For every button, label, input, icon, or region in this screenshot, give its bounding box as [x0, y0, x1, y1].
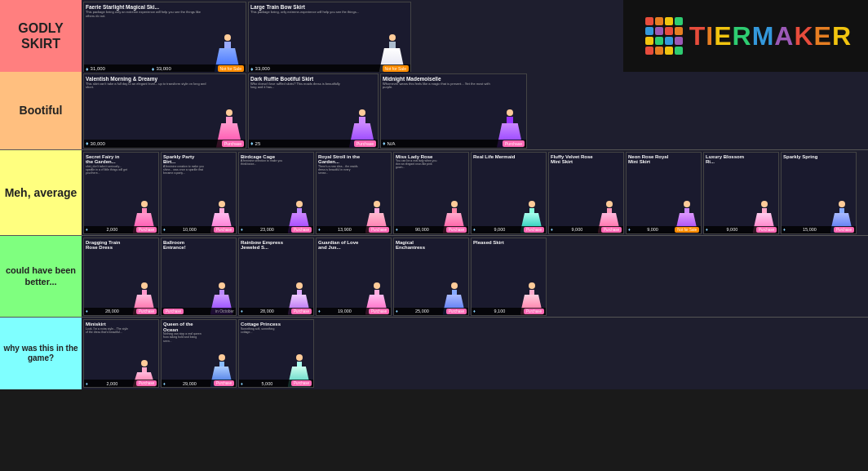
why-content: Miniskirt Look, I'm a extra style... The…: [82, 318, 868, 389]
item-rainbow-empress: Rainbow Empress Jeweled S... ♦ 28,000 Pu…: [238, 238, 314, 316]
secret-fairy-btn[interactable]: Purchase: [136, 227, 157, 233]
secret-fairy-bottom: ♦ 2,000 Purchase: [84, 226, 158, 233]
midnight-btn[interactable]: Purchase: [503, 140, 525, 147]
magical-enchantress-btn[interactable]: Purchase: [446, 309, 467, 314]
tier-row-why: why was this in the game? Miniskirt Look…: [0, 318, 868, 389]
birdcage-btn[interactable]: Purchase: [291, 227, 312, 233]
item-name: Large Train Bow Skirt: [250, 4, 372, 10]
valentish-purchase-btn[interactable]: Purchase: [222, 140, 244, 147]
price-tag-2: ♦ 33,000: [152, 66, 171, 72]
royal-stroll-bottom: ♦ 13,900 Purchase: [317, 226, 391, 233]
royal-stroll-btn[interactable]: Purchase: [369, 227, 389, 233]
item-secret-fairy-desc: shirt_don't take it seriously... sparkle…: [86, 165, 128, 176]
miss-lady-rose-name: Miss Lady Rose: [396, 154, 438, 160]
fluffy-velvet-bottom: ♦ 9,000 Purchase: [549, 226, 623, 233]
price-tag: ♦ 31,000: [86, 66, 105, 72]
ballroom-note: in October: [215, 309, 234, 313]
luxury-blossom-price: 9,000: [727, 227, 738, 232]
pleased-skirt-btn[interactable]: Purchase: [524, 309, 544, 314]
header: GODLY SKIRT Faerie Starlight Magical Ski…: [0, 0, 868, 72]
valentish-price: ♦ 30,000: [86, 140, 105, 146]
luxury-blossom-btn[interactable]: Purchase: [756, 227, 777, 233]
logo-grid: [645, 17, 683, 55]
item-birdcage: Birdcage Cage A feminine selection to ma…: [238, 152, 314, 234]
item-neon-rose: Neon Rose Royal Mini Skirt ♦ 9,000 Not f…: [626, 152, 702, 234]
miniskirt-name: Miniskirt: [86, 322, 128, 327]
real-mermaid-name: Real Life Mermaid: [473, 154, 516, 160]
item-pleased-skirt: Pleased Skirt ♦ 9,100 Purchase: [471, 238, 547, 316]
why-label: why was this in the game?: [0, 318, 82, 389]
tier-row-bootiful: Bootiful Valentish Morning & Dreamy This…: [0, 72, 868, 150]
cottage-princess-price: 5,000: [262, 381, 273, 386]
ballroom-bottom: Purchase in October: [162, 308, 236, 315]
item-fluffy-velvet: Fluffy Velvet Rose Mini Skirt ♦ 9,000 Pu…: [548, 152, 624, 234]
miniskirt-btn[interactable]: Purchase: [136, 380, 157, 386]
dragging-train-name: Dragging Train Rose Dress: [86, 240, 128, 251]
item-sparkly-party: Sparkly Party Birt... A feminine creatio…: [161, 152, 237, 234]
sparkly-spring-price: 15,000: [803, 227, 817, 232]
birdcage-price: 23,000: [260, 227, 274, 232]
sparkly-spring-name: Sparkly Spring: [783, 154, 826, 160]
sparkly-party-btn[interactable]: Purchase: [214, 227, 234, 233]
pleased-skirt-name: Pleased Skirt: [473, 240, 516, 246]
item-train-bow-skirt: Large Train Bow Skirt This package being…: [248, 2, 411, 72]
price-value: 31,000: [91, 66, 105, 71]
meh-label-text: Meh, average: [5, 186, 78, 200]
item-name-dark-ruffle: Dark Ruffle Bootiful Skirt: [250, 76, 345, 82]
cottage-princess-bottom: ♦ 5,000 Purchase: [239, 380, 313, 387]
dragging-train-btn[interactable]: Purchase: [136, 309, 157, 314]
item-dark-ruffle: Dark Ruffle Bootiful Skirt Who doesn't l…: [248, 73, 379, 149]
guardian-love-btn[interactable]: Purchase: [369, 309, 389, 314]
why-label-text: why was this in the game?: [3, 344, 78, 363]
tier-row-meh: Meh, average Secret Fairy in the Garden.…: [0, 150, 868, 236]
rainbow-empress-btn[interactable]: Purchase: [291, 309, 312, 314]
miniskirt-desc: Look, I'm a extra style... The style of …: [86, 327, 128, 334]
cottage-princess-desc: Something soft, something cottage...: [241, 327, 283, 334]
item-cottage-princess: Cottage Princess Something soft, somethi…: [238, 319, 314, 388]
item-faerie-starlight: Faerie Starlight Magical Ski... This pac…: [83, 2, 246, 72]
item-real-mermaid: Real Life Mermaid ♦ 9,000 Purchase: [471, 152, 547, 234]
meh-label: Meh, average: [0, 150, 82, 235]
sparkly-party-price: 10,000: [183, 227, 197, 232]
item-guardian-love: Guardian of Love and Jus... ♦ 19,000 Pur…: [316, 238, 392, 316]
neon-rose-bottom: ♦ 9,000 Not for Sale: [627, 226, 701, 233]
neon-rose-name: Neon Rose Royal Mini Skirt: [628, 154, 671, 165]
neon-rose-price: 9,000: [647, 227, 658, 232]
real-mermaid-price: 9,000: [494, 227, 506, 232]
neon-rose-sale: Not for Sale: [675, 227, 699, 233]
sparkly-spring-bottom: ♦ 15,000 Purchase: [782, 226, 856, 233]
tiermaker-logo: TiERMAKER: [645, 17, 852, 55]
midnight-bottom: ♦ N/A Purchase: [381, 140, 526, 148]
royal-stroll-name: Royal Stroll in the Garden...: [318, 154, 361, 165]
pleased-skirt-price: 9,100: [494, 309, 506, 313]
item-sparkly-spring: Sparkly Spring ♦ 15,000 Purchase: [781, 152, 857, 234]
ballroom-btn[interactable]: Purchase: [163, 309, 184, 314]
sparkly-spring-btn[interactable]: Purchase: [834, 227, 854, 233]
item-name-midnight: Midnight Mademoiselle: [383, 76, 492, 82]
item-bottom-bar-2: ♦ 33,000 Not for Sale: [249, 64, 410, 72]
dragging-train-price: 28,000: [105, 309, 119, 313]
miss-lady-rose-btn[interactable]: Purchase: [446, 227, 467, 233]
item-ballroom: Ballroom Entrance! Purchase in October: [161, 238, 237, 316]
luxury-blossom-name: Luxury Blossom Ri...: [706, 154, 748, 165]
magical-enchantress-bottom: ♦ 25,000 Purchase: [394, 308, 468, 315]
ballroom-name: Ballroom Entrance!: [163, 240, 206, 251]
dark-ruffle-btn[interactable]: Purchase: [354, 140, 376, 147]
dark-ruffle-price: ♦ 25: [250, 140, 260, 146]
queen-ocean-btn[interactable]: Purchase: [214, 380, 234, 386]
fluffy-velvet-btn[interactable]: Purchase: [601, 227, 622, 233]
sparkly-party-bottom: ♦ 10,000 Purchase: [162, 226, 236, 233]
item-secret-fairy-name: Secret Fairy in the Garden...: [86, 154, 128, 165]
cottage-princess-btn[interactable]: Purchase: [291, 380, 312, 386]
queen-ocean-name: Queen of the Ocean: [163, 322, 206, 332]
queen-ocean-bottom: ♦ 29,000 Purchase: [162, 380, 236, 387]
miniskirt-bottom: ♦ 2,000 Purchase: [84, 380, 158, 387]
real-mermaid-btn[interactable]: Purchase: [524, 227, 544, 233]
dark-ruffle-price-val: 25: [255, 141, 261, 146]
for-sale-badge: Not for Sale: [218, 65, 244, 72]
birdcage-desc: A feminine selection to make you think t…: [241, 159, 283, 166]
queen-ocean-desc: Nothing can stop a real queen from takin…: [163, 332, 206, 343]
midnight-price-val: N/A: [388, 141, 396, 146]
for-sale-badge-2: Not for Sale: [383, 65, 409, 72]
fluffy-velvet-price: 9,000: [572, 227, 583, 232]
